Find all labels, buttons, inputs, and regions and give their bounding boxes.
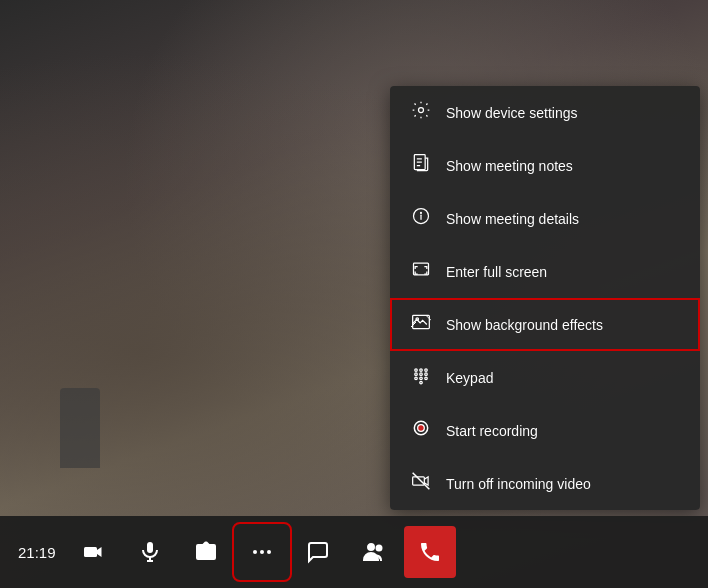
svg-point-15 — [425, 369, 428, 372]
svg-point-17 — [420, 373, 423, 376]
info-icon — [410, 206, 432, 231]
svg-point-24 — [418, 425, 425, 432]
svg-rect-27 — [84, 547, 97, 557]
svg-point-0 — [419, 108, 424, 113]
svg-point-37 — [376, 546, 381, 551]
fullscreen-icon — [410, 259, 432, 284]
no-video-icon — [410, 471, 432, 496]
menu-item-device-settings[interactable]: Show device settings — [390, 86, 700, 139]
chat-button[interactable] — [292, 526, 344, 578]
svg-line-12 — [426, 315, 431, 320]
svg-point-21 — [425, 377, 428, 380]
menu-item-turn-off-video[interactable]: Turn off incoming video — [390, 457, 700, 510]
svg-line-26 — [413, 473, 430, 490]
svg-point-34 — [260, 550, 264, 554]
menu-label-turn-off-video: Turn off incoming video — [446, 476, 591, 492]
menu-label-device-settings: Show device settings — [446, 105, 578, 121]
menu-label-meeting-notes: Show meeting notes — [446, 158, 573, 174]
more-options-button[interactable] — [236, 526, 288, 578]
svg-point-14 — [420, 369, 423, 372]
menu-label-full-screen: Enter full screen — [446, 264, 547, 280]
toolbar: 21:19 — [0, 516, 708, 588]
svg-point-20 — [420, 377, 423, 380]
menu-label-keypad: Keypad — [446, 370, 493, 386]
menu-item-start-recording[interactable]: Start recording — [390, 404, 700, 457]
svg-point-19 — [415, 377, 418, 380]
people-button[interactable] — [348, 526, 400, 578]
menu-item-meeting-details[interactable]: Show meeting details — [390, 192, 700, 245]
svg-point-35 — [267, 550, 271, 554]
svg-point-18 — [425, 373, 428, 376]
context-menu: Show device settings Show meeting notes … — [390, 86, 700, 510]
time-display: 21:19 — [8, 544, 66, 561]
notes-icon — [410, 153, 432, 178]
menu-label-meeting-details: Show meeting details — [446, 211, 579, 227]
record-icon — [410, 418, 432, 443]
svg-point-33 — [253, 550, 257, 554]
menu-item-bg-effects[interactable]: Show background effects — [390, 298, 700, 351]
menu-label-start-recording: Start recording — [446, 423, 538, 439]
menu-item-full-screen[interactable]: Enter full screen — [390, 245, 700, 298]
share-button[interactable] — [180, 526, 232, 578]
end-call-button[interactable] — [404, 526, 456, 578]
svg-point-13 — [415, 369, 418, 372]
bgeffects-icon — [410, 312, 432, 337]
menu-item-meeting-notes[interactable]: Show meeting notes — [390, 139, 700, 192]
svg-rect-28 — [147, 542, 153, 553]
mic-button[interactable] — [124, 526, 176, 578]
svg-point-16 — [415, 373, 418, 376]
keypad-icon — [410, 365, 432, 390]
menu-item-keypad[interactable]: Keypad — [390, 351, 700, 404]
video-button[interactable] — [68, 526, 120, 578]
svg-point-36 — [368, 544, 374, 550]
svg-point-22 — [420, 381, 423, 384]
menu-label-bg-effects: Show background effects — [446, 317, 603, 333]
gear-icon — [410, 100, 432, 125]
